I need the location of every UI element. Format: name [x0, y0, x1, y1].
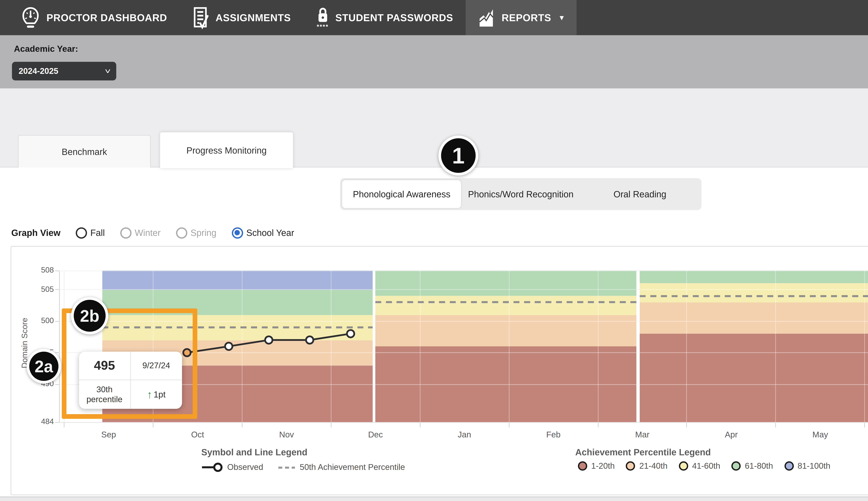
chevron-down-icon: ▾ [560, 13, 564, 22]
graph-view-controls: Graph View Fall Winter Spring School Yea… [11, 225, 294, 241]
x-month-label: Sep [89, 430, 129, 439]
password-stars: **** [317, 25, 329, 29]
x-month-label: Dec [355, 430, 395, 439]
tooltip-change-value: 1pt [154, 390, 166, 399]
chevron-down-icon: ˅ [105, 67, 110, 75]
bottom-page-strip [0, 497, 868, 501]
y-tick-mark [55, 321, 59, 321]
content-area: Phonological Awareness Phonics/Word Reco… [0, 168, 868, 501]
nav-item-reports[interactable]: REPORTS ▾ [466, 0, 576, 35]
subtab-label: Oral Reading [614, 189, 666, 199]
clipboard-check-icon [193, 6, 210, 29]
observed-point[interactable] [225, 343, 232, 350]
academic-year-value: 2024-2025 [19, 66, 58, 76]
top-navbar: PROCTOR DASHBOARD ASSIGNMENTS **** STUDE… [0, 0, 868, 35]
symbol-legend-row: Observed 50th Achievement Percentile [202, 462, 405, 472]
x-month-label: Nov [267, 430, 307, 439]
page: PROCTOR DASHBOARD ASSIGNMENTS **** STUDE… [0, 0, 868, 501]
y-tick-mark [55, 270, 59, 271]
percentile-legend-label: 21-40th [639, 461, 668, 471]
nav-item-student-passwords[interactable]: **** STUDENT PASSWORDS [304, 0, 466, 35]
radio-school-year[interactable]: School Year [232, 227, 294, 238]
x-month-label: Apr [711, 430, 751, 439]
y-tick-mark [55, 422, 59, 423]
radio-button-icon [232, 227, 243, 238]
y-tick-mark [55, 384, 59, 385]
gauge-icon [21, 6, 41, 29]
nav-label: PROCTOR DASHBOARD [46, 12, 167, 23]
x-tick-mark [420, 422, 420, 427]
radio-label: Winter [135, 228, 161, 238]
graph-view-label: Graph View [11, 228, 61, 238]
nav-label: STUDENT PASSWORDS [336, 12, 453, 23]
radio-button-icon [176, 227, 187, 238]
tooltip-date-cell: 9/27/24 [131, 352, 182, 380]
y-tick-label: 484 [27, 417, 54, 425]
percentile-legend-label: 81-100th [798, 461, 830, 471]
x-tick-mark [331, 422, 331, 427]
x-month-label: Oct [178, 430, 218, 439]
toolbar: Academic Year: 2024-2025 ˅ Print [0, 35, 868, 88]
tooltip-date: 9/27/24 [142, 361, 170, 370]
x-tick-mark [242, 422, 242, 427]
radio-winter[interactable]: Winter [120, 227, 161, 238]
tooltip-change-cell: ↑ 1pt [131, 380, 182, 409]
tooltip-change: ↑ 1pt [147, 389, 165, 400]
annotation-number: 1 [452, 142, 464, 169]
radio-button-icon [76, 227, 87, 238]
percentile-legend-label: 41-60th [692, 461, 720, 471]
percentile-legend-item: 81-100th [784, 461, 830, 471]
tab-label: Benchmark [62, 147, 107, 157]
percentile-legend-row: 1-20th21-40th41-60th61-80th81-100th [578, 461, 830, 471]
radio-fall[interactable]: Fall [76, 227, 105, 238]
x-tick-mark [64, 422, 65, 427]
subtab-phonics-word-recognition[interactable]: Phonics/Word Recognition [461, 180, 580, 208]
y-tick-label: 505 [27, 285, 54, 293]
domain-subtabs: Phonological Awareness Phonics/Word Reco… [340, 178, 702, 210]
x-month-label: Jan [444, 430, 484, 439]
x-tick-mark [509, 422, 509, 427]
academic-year-label: Academic Year: [14, 44, 78, 54]
x-tick-mark [153, 422, 153, 427]
academic-year-select[interactable]: 2024-2025 ˅ [12, 62, 116, 81]
observed-point[interactable] [265, 336, 272, 344]
subtab-label: Phonics/Word Recognition [468, 189, 574, 199]
subtab-phonological-awareness[interactable]: Phonological Awareness [342, 180, 461, 208]
annotation-step-2a: 2a [26, 349, 61, 384]
x-month-label: Feb [534, 430, 573, 439]
x-month-label: May [800, 430, 840, 439]
y-tick-label: 500 [27, 316, 54, 324]
percentile-legend-label: 1-20th [591, 461, 615, 471]
observed-legend-label: Observed [227, 462, 263, 472]
observed-point[interactable] [347, 330, 354, 337]
x-tick-mark [864, 422, 865, 427]
radio-label: School Year [246, 228, 294, 238]
tooltip-percentile-cell: 30th percentile [79, 380, 131, 409]
tab-progress-monitoring[interactable]: Progress Monitoring [160, 132, 293, 168]
radio-spring[interactable]: Spring [176, 227, 217, 238]
y-tick-label: 508 [27, 266, 54, 274]
radio-label: Fall [90, 228, 105, 238]
data-point-tooltip: 495 9/27/24 30th percentile ↑ 1pt [79, 352, 182, 409]
y-tick-mark [55, 352, 59, 353]
tab-benchmark[interactable]: Benchmark [18, 135, 151, 168]
percentile-swatch-icon [626, 461, 635, 471]
percentile-legend-item: 1-20th [578, 461, 615, 471]
observed-point[interactable] [306, 336, 314, 344]
median-legend-label: 50th Achievement Percentile [300, 462, 405, 472]
annotation-number: 2a [34, 356, 53, 376]
subtab-oral-reading[interactable]: Oral Reading [580, 180, 700, 208]
median-dash-icon [278, 466, 295, 468]
nav-label: REPORTS [502, 12, 551, 23]
nav-item-proctor-dashboard[interactable]: PROCTOR DASHBOARD [8, 0, 180, 35]
x-tick-mark [776, 422, 776, 427]
percentile-swatch-icon [578, 461, 587, 471]
percentile-legend-item: 21-40th [626, 461, 668, 471]
percentile-legend-title: Achievement Percentile Legend [575, 447, 711, 457]
percentile-swatch-icon [784, 461, 794, 471]
observed-line-icon [202, 462, 223, 472]
arrow-up-icon: ↑ [147, 389, 152, 400]
nav-item-assignments[interactable]: ASSIGNMENTS [180, 0, 304, 35]
tab-label: Progress Monitoring [186, 145, 267, 155]
x-month-label: Mar [622, 430, 662, 439]
